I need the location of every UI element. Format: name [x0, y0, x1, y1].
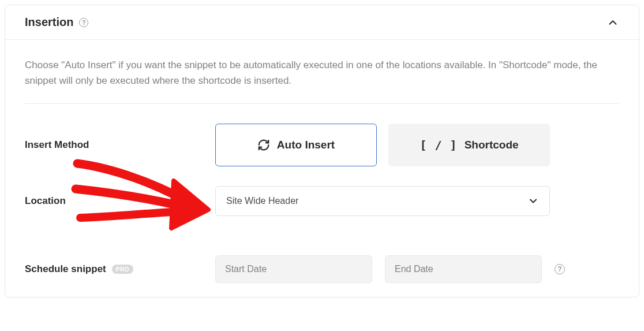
location-label: Location — [25, 195, 215, 207]
end-date-placeholder: End Date — [395, 264, 433, 274]
shortcode-button[interactable]: [ / ] Shortcode — [388, 124, 550, 166]
insert-method-control: Auto Insert [ / ] Shortcode — [215, 124, 619, 166]
panel-title: Insertion ? — [25, 16, 88, 29]
start-date-input[interactable]: Start Date — [215, 255, 372, 283]
refresh-icon — [257, 139, 270, 151]
insert-method-label: Insert Method — [25, 139, 215, 151]
insert-method-row: Insert Method Auto Insert [ / ] Shortcod… — [25, 124, 619, 166]
insert-method-segmented: Auto Insert [ / ] Shortcode — [215, 124, 619, 166]
schedule-row: Schedule snippet PRO Start Date End Date… — [25, 255, 619, 283]
panel-title-text: Insertion — [25, 16, 73, 29]
location-value: Site Wide Header — [226, 196, 298, 206]
shortcode-label: Shortcode — [465, 139, 519, 151]
collapse-toggle-icon[interactable] — [606, 16, 619, 29]
start-date-placeholder: Start Date — [225, 264, 267, 274]
location-select[interactable]: Site Wide Header — [215, 186, 550, 216]
end-date-input[interactable]: End Date — [385, 255, 542, 283]
auto-insert-label: Auto Insert — [277, 139, 335, 151]
panel-description: Choose "Auto Insert" if you want the sni… — [25, 57, 619, 104]
location-row: Location Site Wide Header — [25, 186, 619, 216]
location-control: Site Wide Header — [215, 186, 619, 216]
insertion-panel: Insertion ? Choose "Auto Insert" if you … — [5, 5, 639, 297]
schedule-label: Schedule snippet — [25, 263, 106, 275]
panel-header[interactable]: Insertion ? — [5, 5, 639, 40]
help-icon[interactable]: ? — [79, 18, 88, 27]
panel-body: Choose "Auto Insert" if you want the sni… — [5, 40, 639, 297]
help-icon[interactable]: ? — [555, 264, 565, 274]
auto-insert-button[interactable]: Auto Insert — [215, 124, 377, 166]
chevron-down-icon — [527, 195, 539, 207]
shortcode-icon: [ / ] — [420, 138, 457, 152]
schedule-control: Start Date End Date ? — [215, 255, 619, 283]
pro-badge: PRO — [112, 265, 133, 274]
schedule-label-col: Schedule snippet PRO — [25, 263, 215, 275]
